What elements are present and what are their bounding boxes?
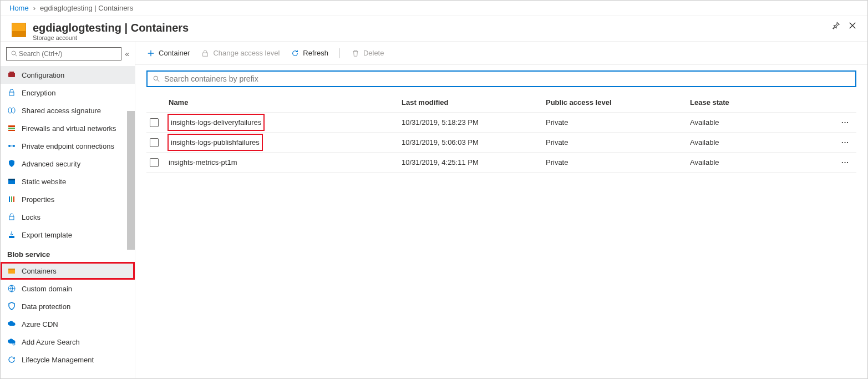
sidebar-item-label: Data protection bbox=[22, 302, 70, 311]
sidebar-item-private-endpoint-connections[interactable]: Private endpoint connections bbox=[1, 137, 135, 155]
container-access: Private bbox=[546, 158, 690, 166]
sidebar-item-export-template[interactable]: Export template bbox=[1, 226, 135, 244]
page-title: egdiaglogtesting | Containers bbox=[33, 22, 189, 34]
filter-containers[interactable] bbox=[146, 70, 856, 87]
add-container-button[interactable]: Container bbox=[146, 49, 190, 58]
row-more-button[interactable]: ··· bbox=[834, 118, 856, 127]
sidebar-item-label: Firewalls and virtual networks bbox=[22, 124, 116, 133]
refresh-button[interactable]: Refresh bbox=[291, 49, 328, 58]
sidebar-item-label: Encryption bbox=[22, 89, 55, 97]
svg-point-5 bbox=[8, 108, 12, 113]
svg-rect-16 bbox=[11, 196, 12, 202]
sidebar-item-label: Custom domain bbox=[22, 285, 72, 293]
svg-point-6 bbox=[12, 108, 15, 113]
col-modified[interactable]: Last modified bbox=[402, 98, 546, 107]
collapse-sidebar-icon[interactable]: « bbox=[125, 49, 129, 58]
sidebar-item-data-protection[interactable]: Data protection bbox=[1, 297, 135, 315]
sidebar-item-azure-cdn[interactable]: Azure CDN bbox=[1, 315, 135, 333]
sidebar-item-custom-domain[interactable]: Custom domain bbox=[1, 280, 135, 297]
row-checkbox[interactable] bbox=[150, 118, 159, 127]
customdomain-icon bbox=[7, 284, 16, 293]
svg-rect-7 bbox=[8, 125, 15, 127]
sidebar-item-locks[interactable]: Locks bbox=[1, 208, 135, 226]
storage-account-icon bbox=[12, 23, 26, 37]
svg-point-10 bbox=[8, 145, 11, 147]
sidebar-search-input[interactable] bbox=[19, 50, 118, 58]
breadcrumb-home[interactable]: Home bbox=[9, 4, 29, 12]
sidebar-item-label: Configuration bbox=[22, 71, 64, 79]
row-more-button[interactable]: ··· bbox=[834, 138, 856, 146]
svg-rect-17 bbox=[13, 196, 14, 202]
sidebar-item-configuration[interactable]: Configuration bbox=[1, 66, 135, 84]
search-icon bbox=[7, 337, 16, 346]
plus-icon bbox=[146, 49, 155, 58]
row-checkbox[interactable] bbox=[150, 138, 159, 147]
lifecycle-icon bbox=[7, 355, 16, 364]
container-lease: Available bbox=[690, 118, 834, 127]
sidebar-item-firewalls-and-virtual-networks[interactable]: Firewalls and virtual networks bbox=[1, 119, 135, 137]
col-access[interactable]: Public access level bbox=[546, 98, 690, 107]
container-name[interactable]: insights-logs-deliveryfailures bbox=[169, 115, 402, 130]
svg-rect-2 bbox=[8, 73, 15, 77]
row-more-button[interactable]: ··· bbox=[834, 158, 856, 166]
col-name[interactable]: Name bbox=[169, 98, 402, 107]
sidebar-item-advanced-security[interactable]: Advanced security bbox=[1, 155, 135, 173]
main-content: Container Change access level Refresh De bbox=[135, 42, 867, 378]
svg-line-1 bbox=[16, 55, 17, 57]
container-lease: Available bbox=[690, 138, 834, 146]
table-row[interactable]: insights-logs-deliveryfailures10/31/2019… bbox=[146, 113, 856, 133]
dataprot-icon bbox=[7, 302, 16, 311]
table-row[interactable]: insights-logs-publishfailures10/31/2019,… bbox=[146, 133, 856, 153]
container-modified: 10/31/2019, 4:25:11 PM bbox=[402, 158, 546, 166]
firewall-icon bbox=[7, 124, 16, 133]
containers-icon bbox=[7, 266, 16, 275]
svg-rect-24 bbox=[203, 53, 208, 56]
sidebar-item-properties[interactable]: Properties bbox=[1, 190, 135, 208]
sidebar-search[interactable] bbox=[6, 47, 121, 60]
container-name[interactable]: insights-logs-publishfailures bbox=[169, 135, 402, 150]
delete-button: Delete bbox=[351, 49, 384, 58]
svg-line-26 bbox=[158, 80, 159, 82]
svg-rect-8 bbox=[8, 128, 15, 129]
sidebar-item-encryption[interactable]: Encryption bbox=[1, 84, 135, 102]
props-icon bbox=[7, 195, 16, 204]
change-access-label: Change access level bbox=[213, 49, 280, 57]
svg-point-0 bbox=[12, 51, 16, 55]
table-row[interactable]: insights-metrics-pt1m10/31/2019, 4:25:11… bbox=[146, 153, 856, 173]
add-container-label: Container bbox=[159, 49, 190, 57]
trash-icon bbox=[351, 49, 360, 58]
security-icon bbox=[7, 159, 16, 168]
close-icon[interactable] bbox=[849, 22, 856, 31]
search-icon bbox=[10, 49, 19, 58]
svg-rect-4 bbox=[9, 92, 14, 95]
page-subtitle: Storage account bbox=[33, 34, 189, 41]
scrollbar-thumb[interactable] bbox=[127, 111, 135, 250]
sidebar-item-static-website[interactable]: Static website bbox=[1, 173, 135, 190]
svg-point-25 bbox=[154, 76, 158, 80]
containers-table: Name Last modified Public access level L… bbox=[135, 93, 867, 173]
sidebar-item-add-azure-search[interactable]: Add Azure Search bbox=[1, 333, 135, 351]
svg-rect-3 bbox=[9, 72, 14, 73]
lock-icon bbox=[201, 49, 210, 58]
sidebar-item-containers[interactable]: Containers bbox=[1, 262, 135, 280]
pec-icon bbox=[7, 142, 16, 150]
sidebar-item-label: Containers bbox=[22, 267, 57, 275]
locks-icon bbox=[7, 213, 16, 221]
svg-rect-21 bbox=[8, 269, 15, 270]
toolbar: Container Change access level Refresh De bbox=[135, 42, 867, 65]
col-lease[interactable]: Lease state bbox=[690, 98, 834, 107]
page-header: egdiaglogtesting | Containers Storage ac… bbox=[1, 16, 867, 42]
sidebar-item-label: Shared access signature bbox=[22, 107, 101, 115]
sidebar-item-label: Lifecycle Management bbox=[22, 356, 94, 364]
filter-input[interactable] bbox=[164, 74, 851, 83]
container-name[interactable]: insights-metrics-pt1m bbox=[169, 158, 402, 166]
row-checkbox[interactable] bbox=[150, 158, 159, 167]
chevron-right-icon: › bbox=[33, 4, 35, 12]
sidebar-item-label: Export template bbox=[22, 231, 72, 239]
svg-point-11 bbox=[13, 145, 15, 147]
sidebar-item-label: Private endpoint connections bbox=[22, 142, 114, 150]
static-icon bbox=[7, 177, 16, 186]
sidebar-item-lifecycle-management[interactable]: Lifecycle Management bbox=[1, 351, 135, 368]
sidebar-item-shared-access-signature[interactable]: Shared access signature bbox=[1, 102, 135, 119]
pin-icon[interactable] bbox=[832, 22, 840, 31]
